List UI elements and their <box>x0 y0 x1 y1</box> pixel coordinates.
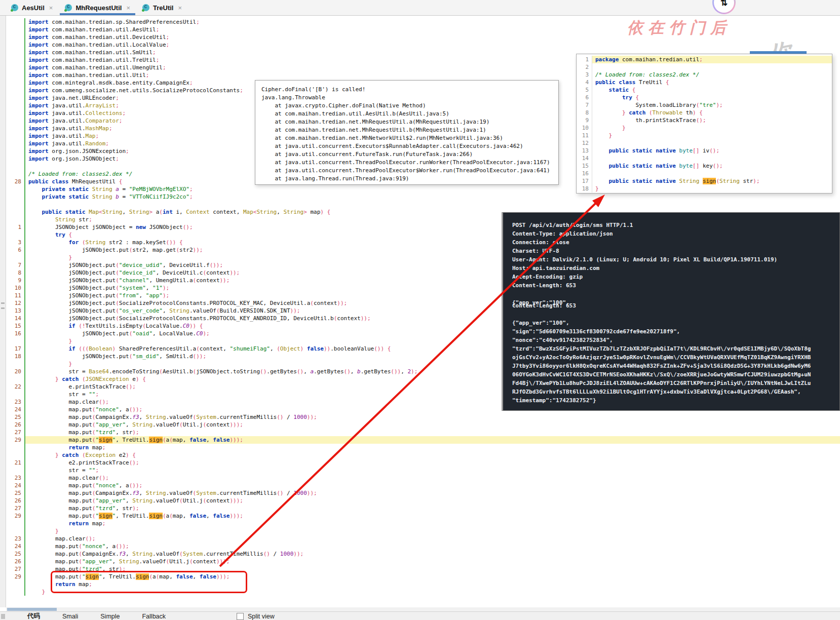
sign-highlight: sign <box>149 437 163 443</box>
http-line: J7tby3Yvi86oyyor6lkH8QxOqreKCsAYw44WHaqh… <box>512 362 839 370</box>
line-number: 23 <box>6 474 24 482</box>
stacktrace-line: at com.maihan.tredian.net.MhRequestUtil.… <box>261 126 558 134</box>
code-text: try { <box>592 94 832 101</box>
line-number: 14 <box>577 154 592 162</box>
tab-aesutil[interactable]: AesUtil× <box>5 0 59 15</box>
line-number: 25 <box>6 413 24 421</box>
stacktrace-line: java.lang.Throwable <box>261 94 558 102</box>
code-line: 23 map.clear(); <box>6 535 840 542</box>
code-line: 25 map.put(CampaignEx.f3, String.valueOf… <box>6 550 840 558</box>
line-number: 16 <box>6 330 24 337</box>
line-number <box>6 125 24 132</box>
line-number <box>6 109 24 117</box>
sign-highlight: sign <box>703 178 716 184</box>
gutter-mark <box>1 302 5 304</box>
line-number <box>6 140 24 147</box>
split-view-checkbox[interactable] <box>237 613 244 620</box>
code-line: 11 } <box>577 132 832 139</box>
code-text: import com.maihan.tredian.util.LocalValu… <box>25 41 840 49</box>
line-number: 17 <box>6 345 24 353</box>
tab-label: MhRequestUtil <box>75 4 122 12</box>
close-icon[interactable]: × <box>49 4 53 12</box>
line-number: 8 <box>577 109 592 117</box>
sign-highlight: sign <box>86 573 99 580</box>
http-line: Fd4Bj\/TXwePYb1Lu8huPcJDJ8ziEL4lZOAUUw+c… <box>512 379 839 388</box>
code-text: System.loadLibrary("tre"); <box>592 101 832 109</box>
code-line: } catch (Exception e2) { <box>6 451 840 459</box>
jadx-decompiler-window: { "colors":{"accent_blue":"#4a7fbe","key… <box>0 0 840 620</box>
line-number: 3 <box>577 71 592 79</box>
tab-mhrequestutil[interactable]: MhRequestUtil× <box>59 0 136 15</box>
line-number <box>6 201 24 208</box>
horizontal-scrollbar-thumb[interactable] <box>7 608 57 611</box>
line-number <box>6 147 24 155</box>
split-view-label: Split view <box>248 613 275 620</box>
line-number <box>6 18 24 26</box>
mode-tab-fallback[interactable]: Fallback <box>142 613 166 620</box>
line-number: 22 <box>6 383 24 391</box>
line-number: 4 <box>577 79 592 86</box>
line-number: 26 <box>6 558 24 565</box>
code-text: return map; <box>25 580 840 588</box>
line-number: 12 <box>577 139 592 147</box>
close-icon[interactable]: × <box>126 4 130 12</box>
code-text: map.put("nonce", a()); <box>25 482 840 489</box>
line-number <box>6 337 24 345</box>
close-icon[interactable]: × <box>178 4 182 12</box>
code-text: map.put("sign", TreUtil.sign(a(map, fals… <box>25 573 840 580</box>
code-line: import com.maihan.tredian.util.LocalValu… <box>6 41 840 49</box>
line-number: 15 <box>6 322 24 330</box>
line-number: 26 <box>6 421 24 429</box>
line-number: 24 <box>6 482 24 489</box>
line-number <box>6 71 24 79</box>
tab-treutil[interactable]: TreUtil× <box>136 0 188 15</box>
horizontal-scrollbar[interactable] <box>6 607 840 611</box>
class-icon <box>65 4 72 11</box>
http-line: "tzrd":"BwzXzSGFyiPstMIVuzTZb7LzTZzbXRJO… <box>512 344 839 353</box>
editor-left-gutter-strip <box>0 16 6 607</box>
code-text: } <box>592 124 832 132</box>
line-number: 20 <box>6 368 24 375</box>
line-number: 15 <box>577 162 592 170</box>
code-line: 29 map.put("sign", TreUtil.sign(a(map, f… <box>6 573 840 580</box>
line-number <box>6 588 24 596</box>
code-line: 9 th.printStackTrace(); <box>577 117 832 124</box>
http-request-panel: POST /api/v1/auth/login/sms HTTP/1.1Cont… <box>502 212 840 411</box>
line-number <box>6 170 24 178</box>
http-line: User-Agent: Dalvik/2.1.0 (Linux; U; Andr… <box>512 255 839 264</box>
http-line: Connection: close <box>512 238 839 247</box>
code-text: map.clear(); <box>25 474 840 482</box>
code-text: } <box>25 527 840 535</box>
line-number: 29 <box>6 512 24 520</box>
code-line: return map; <box>6 580 840 588</box>
line-number <box>6 375 24 383</box>
code-line: 7 System.loadLibrary("tre"); <box>577 101 832 109</box>
code-text <box>25 201 840 208</box>
line-number <box>6 33 24 41</box>
line-number <box>6 467 24 474</box>
line-number <box>6 163 24 170</box>
http-line: 06OYGoK3dHvCvWC1GT4XS3DvCETMrNSEooXKhaHK… <box>512 370 839 379</box>
code-text: } catch (Exception e2) { <box>25 451 840 459</box>
code-text: private static String b = "VTToNCiifIJ9c… <box>25 193 840 201</box>
code-line: 24 map.put("nonce", a()); <box>6 482 840 489</box>
code-line: } <box>6 527 840 535</box>
mode-tab-code[interactable]: 代码 <box>27 612 40 620</box>
http-line: Host: api.taozuiredian.com <box>512 264 839 273</box>
code-text: /* Loaded from: classes2.dex */ <box>592 71 832 79</box>
tab-underline-fragment <box>750 51 807 54</box>
mode-tab-smali[interactable]: Smali <box>62 613 78 620</box>
line-number: 13 <box>6 307 24 315</box>
line-number: 24 <box>6 542 24 550</box>
code-text: return map; <box>25 444 840 451</box>
code-line: 3/* Loaded from: classes2.dex */ <box>577 71 832 79</box>
http-line <box>512 290 839 298</box>
code-line <box>6 201 840 208</box>
line-number: 25 <box>6 489 24 497</box>
mode-tab-simple[interactable]: Simple <box>100 613 120 620</box>
line-number: 8 <box>6 269 24 277</box>
tab-label: AesUtil <box>22 4 45 12</box>
line-number <box>6 451 24 459</box>
code-text: map.put("nonce", a()); <box>25 542 840 550</box>
code-line: 2 <box>577 63 832 71</box>
